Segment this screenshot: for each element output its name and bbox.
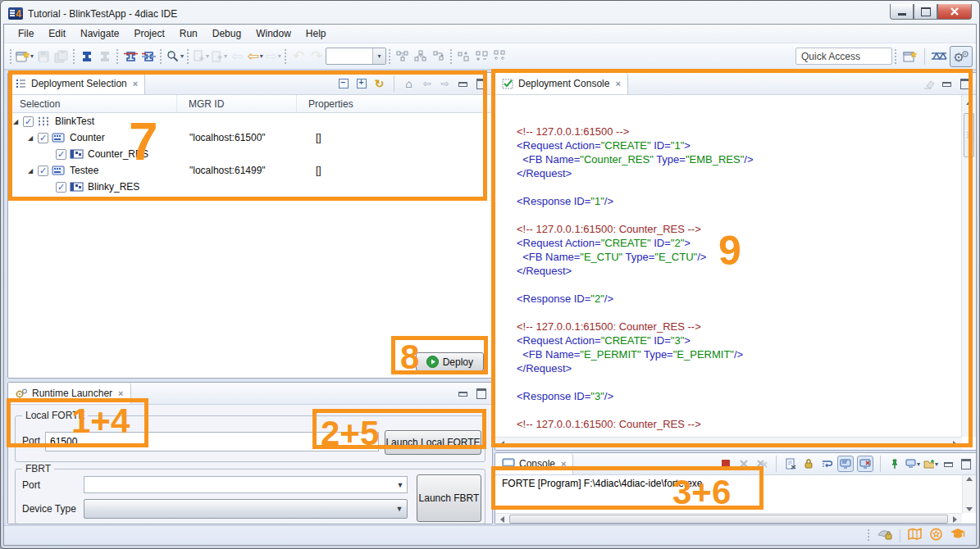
- maximize-view-button[interactable]: [474, 77, 488, 91]
- chevron-down-icon[interactable]: ▾: [30, 52, 34, 60]
- checkbox-checked[interactable]: ✓: [38, 133, 48, 143]
- open-perspective-button[interactable]: [900, 47, 921, 66]
- scroll-left-button[interactable]: [497, 514, 508, 524]
- scroll-left-button[interactable]: [497, 439, 508, 450]
- window-close-button[interactable]: [937, 4, 972, 20]
- menu-help[interactable]: Help: [299, 26, 334, 41]
- tree-row-counter-res[interactable]: ✓ Counter_RES: [8, 146, 492, 162]
- horizontal-scrollbar[interactable]: [495, 513, 962, 524]
- minimize-view-button[interactable]: [941, 457, 955, 471]
- fb-type-red-1-button[interactable]: [121, 48, 139, 66]
- tree-row-counter[interactable]: ◢ ✓ Counter "localhost:61500" []: [8, 129, 492, 146]
- word-wrap-button[interactable]: [819, 456, 834, 471]
- fb-type-red-2-button[interactable]: [139, 48, 157, 66]
- minimize-view-button[interactable]: [456, 77, 470, 91]
- launch-fbrt-button[interactable]: Launch FBRT: [417, 474, 481, 522]
- layout-5-button[interactable]: [473, 48, 491, 66]
- open-console-button[interactable]: ▾: [923, 456, 938, 471]
- tree-row-testee[interactable]: ◢ ✓ Testee "localhost:61499" []: [8, 162, 492, 179]
- layout-3-button[interactable]: [430, 48, 448, 66]
- scrollbar-thumb[interactable]: [964, 113, 974, 157]
- new-wizard-button[interactable]: ▾: [15, 48, 34, 66]
- chevron-down-icon[interactable]: ▼: [394, 477, 407, 492]
- horizontal-scrollbar[interactable]: [495, 437, 962, 451]
- tab-runtime-launcher[interactable]: Runtime Launcher ×: [8, 383, 131, 404]
- close-icon[interactable]: ×: [118, 388, 123, 398]
- fbrt-port-combo[interactable]: ▼: [84, 476, 408, 493]
- tree-column-header[interactable]: Selection MGR ID Properties: [8, 95, 492, 113]
- quick-access-input[interactable]: [795, 48, 892, 65]
- minimize-view-button[interactable]: [456, 387, 470, 401]
- checkbox-checked[interactable]: ✓: [56, 182, 66, 193]
- chevron-down-icon[interactable]: ▾: [180, 52, 184, 60]
- scroll-up-button[interactable]: [966, 477, 973, 481]
- whats-new-icon[interactable]: [929, 528, 943, 544]
- deploy-button[interactable]: Deploy: [416, 352, 484, 371]
- expand-all-button[interactable]: +: [354, 77, 368, 91]
- vertical-scrollbar[interactable]: [962, 475, 976, 513]
- close-icon[interactable]: ×: [133, 79, 138, 88]
- vertical-scrollbar[interactable]: [961, 95, 976, 437]
- chevron-down-icon[interactable]: ▾: [260, 52, 263, 60]
- window-maximize-button[interactable]: [914, 4, 937, 20]
- tree-row-blinky-res[interactable]: ✓ Blinky_RES: [8, 179, 492, 195]
- refresh-button[interactable]: ↻: [372, 77, 386, 91]
- device-type-combo[interactable]: ▼: [84, 499, 408, 519]
- terminate-button[interactable]: [718, 456, 733, 471]
- layout-2-button[interactable]: [412, 48, 430, 66]
- show-stderr-toggle-button[interactable]: [857, 456, 873, 472]
- checkbox-checked[interactable]: ✓: [56, 149, 66, 160]
- launch-local-forte-button[interactable]: Launch Local FORTE: [385, 430, 481, 455]
- deployment-console-output[interactable]: <!-- 127.0.0.1:61500 --><Request Action=…: [495, 95, 962, 437]
- display-selected-console-button[interactable]: ▾: [905, 456, 920, 471]
- layout-4-button[interactable]: [455, 48, 473, 66]
- menu-debug[interactable]: Debug: [205, 26, 248, 41]
- scroll-down-button[interactable]: [966, 507, 973, 511]
- menu-navigate[interactable]: Navigate: [73, 26, 126, 41]
- deployment-perspective-button[interactable]: [950, 46, 973, 67]
- menu-project[interactable]: Project: [126, 26, 171, 41]
- zoom-combo[interactable]: ▾: [326, 48, 386, 65]
- tree-row-blinktest[interactable]: ◢ ✓ BlinkTest: [8, 113, 492, 129]
- maximize-view-button[interactable]: [474, 387, 488, 401]
- scroll-lock-button[interactable]: [801, 456, 816, 471]
- local-forte-port-input[interactable]: [45, 432, 379, 451]
- layout-1-button[interactable]: [394, 48, 412, 66]
- show-stdout-toggle-button[interactable]: [837, 456, 854, 472]
- column-selection[interactable]: Selection: [8, 95, 177, 112]
- scroll-up-button[interactable]: [964, 98, 974, 108]
- back-button[interactable]: ⇦▾: [246, 48, 264, 66]
- scroll-right-button[interactable]: [950, 439, 960, 450]
- checkbox-checked[interactable]: ✓: [38, 166, 48, 176]
- home-icon[interactable]: ⌂: [402, 77, 416, 91]
- new-system-button[interactable]: [78, 48, 96, 66]
- expand-arrow-icon[interactable]: ◢: [28, 167, 38, 175]
- tab-deployment-selection[interactable]: Deployment Selection ×: [8, 73, 145, 94]
- column-mgr-id[interactable]: MGR ID: [177, 95, 297, 112]
- clear-console-button[interactable]: [783, 456, 798, 471]
- expand-arrow-icon[interactable]: ◢: [13, 118, 23, 125]
- forward-icon[interactable]: ⇨: [438, 77, 452, 91]
- menu-window[interactable]: Window: [248, 26, 299, 41]
- system-perspective-button[interactable]: [928, 47, 950, 66]
- column-properties[interactable]: Properties: [297, 95, 492, 112]
- maximize-view-button[interactable]: [959, 457, 973, 471]
- scrollbar-thumb[interactable]: [509, 515, 948, 524]
- scroll-right-button[interactable]: [950, 514, 960, 524]
- expand-arrow-icon[interactable]: ◢: [28, 134, 38, 142]
- tab-deployment-console[interactable]: Deployment Console ×: [495, 73, 628, 94]
- checkbox-checked[interactable]: ✓: [23, 116, 34, 127]
- back-icon[interactable]: ⇦: [420, 77, 434, 91]
- title-bar[interactable]: 4 Tutorial - BlinkTestApp - 4diac IDE: [3, 3, 977, 24]
- menu-file[interactable]: File: [11, 26, 41, 41]
- collapse-all-button[interactable]: −: [336, 77, 350, 91]
- chevron-down-icon[interactable]: ▾: [917, 461, 920, 468]
- window-minimize-button[interactable]: [890, 4, 914, 20]
- restore-welcome-icon[interactable]: [877, 528, 893, 544]
- close-icon[interactable]: ×: [561, 459, 566, 469]
- search-button[interactable]: ▾: [165, 48, 185, 66]
- menu-edit[interactable]: Edit: [41, 26, 73, 41]
- tutorials-icon[interactable]: [950, 528, 966, 543]
- console-output[interactable]: FORTE [Program] F:\4diac\4diac-ide\forte…: [495, 475, 962, 513]
- maximize-view-button[interactable]: [958, 77, 972, 91]
